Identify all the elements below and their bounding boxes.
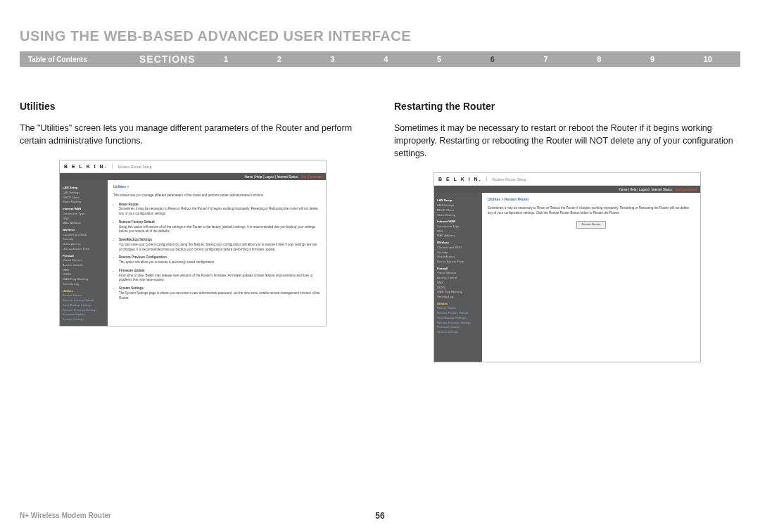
product-name: N+ Wireless Modem Router	[20, 512, 111, 519]
nav-item[interactable]: LAN Settings	[63, 191, 105, 196]
nav-item[interactable]: Restore Previous Settings	[437, 321, 479, 326]
nav-item[interactable]: DNS	[437, 229, 479, 234]
nav-item[interactable]: Save/Backup Settings	[63, 303, 105, 308]
shot-content: Utilities > This screen lets you manage …	[108, 180, 326, 325]
nav-item[interactable]: DHCP Client	[437, 208, 479, 213]
section-link-9[interactable]: 9	[650, 55, 654, 63]
section-bar: Table of Contents SECTIONS 12345678910	[20, 51, 740, 67]
nav-item[interactable]: MAC Address	[437, 234, 479, 239]
nav-group: Wireless	[437, 241, 479, 246]
nav-group: Internet WAN	[63, 207, 105, 212]
nav-item[interactable]: LAN Settings	[437, 203, 479, 208]
nav-group: LAN Setup	[437, 198, 479, 203]
nav-item[interactable]: Restart Router	[63, 293, 105, 298]
nav-item[interactable]: Security Log	[63, 282, 105, 287]
utilities-lead: The "Utilities" screen lets you manage d…	[20, 122, 366, 147]
nav-item[interactable]: DMZ	[63, 268, 105, 273]
utility-item-title: System Settings	[119, 286, 320, 291]
breadcrumb: Utilities >	[113, 184, 320, 190]
nav-item[interactable]: Guest Access	[437, 255, 479, 260]
nav-item[interactable]: DDNS	[437, 286, 479, 291]
section-link-3[interactable]: 3	[331, 55, 335, 63]
nav-item[interactable]: System Settings	[437, 330, 479, 335]
shot-status: Not Connected	[301, 175, 322, 179]
utility-item: Firmware UpdateFrom time to time, Belkin…	[119, 269, 320, 283]
nav-item[interactable]: Security	[437, 251, 479, 255]
nav-item[interactable]: Static Routing	[437, 213, 479, 218]
section-link-10[interactable]: 10	[704, 55, 712, 63]
nav-item[interactable]: Restore Factory Default	[63, 298, 105, 303]
utilities-screenshot: B E L K I N. Modem-Router Setup Home | H…	[59, 160, 327, 326]
nav-item[interactable]: Firmware Update	[63, 312, 105, 317]
shot-intro: This screen lets you manage different pa…	[113, 194, 320, 198]
nav-group: LAN Setup	[63, 186, 105, 191]
nav-item[interactable]: Restore Previous Settings	[63, 308, 105, 313]
nav-item[interactable]: Save/Backup Settings	[437, 316, 479, 321]
utility-item-title: Save/Backup Settings	[119, 238, 320, 243]
restart-screenshot: B E L K I N. Modem-Router Setup Home | H…	[433, 172, 701, 362]
nav-item[interactable]: DNS	[63, 217, 105, 222]
section-link-6[interactable]: 6	[490, 55, 495, 63]
nav-item[interactable]: Virtual Servers	[63, 258, 105, 263]
section-link-4[interactable]: 4	[384, 55, 388, 63]
utility-item-desc: Sometimes it may be necessary to Reset o…	[119, 207, 320, 217]
nav-group: Firewall	[63, 254, 105, 259]
utility-item-desc: Using this option will restore all of th…	[119, 225, 320, 235]
left-column: Utilities The "Utilities" screen lets yo…	[20, 101, 366, 362]
nav-item[interactable]: DHCP Client	[63, 196, 105, 201]
section-link-2[interactable]: 2	[277, 55, 281, 63]
nav-group: Utilities	[63, 289, 105, 294]
nav-item[interactable]: Use as Access Point	[437, 260, 479, 265]
utility-item-desc: This option will allow you to restore a …	[119, 260, 320, 265]
nav-item[interactable]: Access Control	[63, 263, 105, 268]
nav-item[interactable]: Guest Access	[63, 242, 105, 247]
utility-item-title: Reset Router	[119, 203, 320, 208]
nav-item[interactable]: WAN Ping Blocking	[63, 277, 105, 282]
nav-item[interactable]: Connection Type	[437, 224, 479, 229]
section-link-7[interactable]: 7	[544, 55, 548, 63]
page-number: 56	[375, 511, 384, 521]
nav-item[interactable]: Restore Factory Default	[437, 311, 479, 316]
nav-item[interactable]: Restart Router	[437, 306, 479, 311]
utility-item: Restore Previous ConfigurationThis optio…	[119, 255, 320, 265]
nav-item[interactable]: Channel and SSID	[63, 233, 105, 238]
section-link-8[interactable]: 8	[597, 55, 601, 63]
nav-item[interactable]: Static Routing	[63, 200, 105, 205]
page-footer: N+ Wireless Modem Router 56	[0, 512, 760, 519]
utility-item-desc: From time to time, Belkin may release ne…	[119, 274, 320, 284]
utilities-heading: Utilities	[20, 101, 366, 112]
nav-item[interactable]: Virtual Servers	[437, 271, 479, 276]
nav-item[interactable]: Connection Type	[63, 212, 105, 217]
belkin-logo: B E L K I N.	[64, 164, 113, 169]
section-link-5[interactable]: 5	[437, 55, 441, 63]
breadcrumb: Utilities > Restart Router	[488, 197, 695, 203]
nav-item[interactable]: Access Control	[437, 276, 479, 281]
nav-item[interactable]: Security Log	[437, 295, 479, 300]
nav-item[interactable]: DDNS	[63, 272, 105, 277]
utility-item: Restore Factory DefaultUsing this option…	[119, 220, 320, 234]
utility-item: Save/Backup SettingsYou can save your cu…	[119, 238, 320, 252]
utility-item-title: Restore Factory Default	[119, 220, 320, 225]
nav-item[interactable]: WAN Ping Blocking	[437, 290, 479, 295]
nav-item[interactable]: DMZ	[437, 281, 479, 286]
shot-header-links: Home | Help | Logout | Internet Status:	[244, 175, 298, 179]
section-numbers: 12345678910	[224, 55, 740, 63]
sections-label: SECTIONS	[139, 53, 224, 65]
toc-link[interactable]: Table of Contents	[20, 56, 139, 63]
nav-item[interactable]: System Settings	[63, 317, 105, 322]
shot-header-links: Home | Help | Logout | Internet Status:	[619, 188, 673, 191]
nav-item[interactable]: Channel and SSID	[437, 246, 479, 251]
shot-intro: Sometimes it may be necessary to Reset o…	[488, 206, 695, 216]
shot-sidebar: LAN SetupLAN SettingsDHCP ClientStatic R…	[60, 180, 108, 325]
nav-item[interactable]: Firmware Update	[437, 325, 479, 330]
restart-router-button[interactable]: Restart Router	[576, 221, 605, 228]
page-title: USING THE WEB-BASED ADVANCED USER INTERF…	[20, 28, 740, 44]
shot-sidebar: LAN SetupLAN SettingsDHCP ClientStatic R…	[434, 193, 482, 362]
utility-item-title: Restore Previous Configuration	[119, 255, 320, 260]
belkin-logo: B E L K I N.	[438, 177, 487, 182]
section-link-1[interactable]: 1	[224, 55, 228, 63]
nav-item[interactable]: Use as Access Point	[63, 247, 105, 252]
nav-item[interactable]: MAC Address	[63, 221, 105, 226]
nav-item[interactable]: Security	[63, 237, 105, 242]
utility-item-desc: You can save your current configuration …	[119, 243, 320, 253]
